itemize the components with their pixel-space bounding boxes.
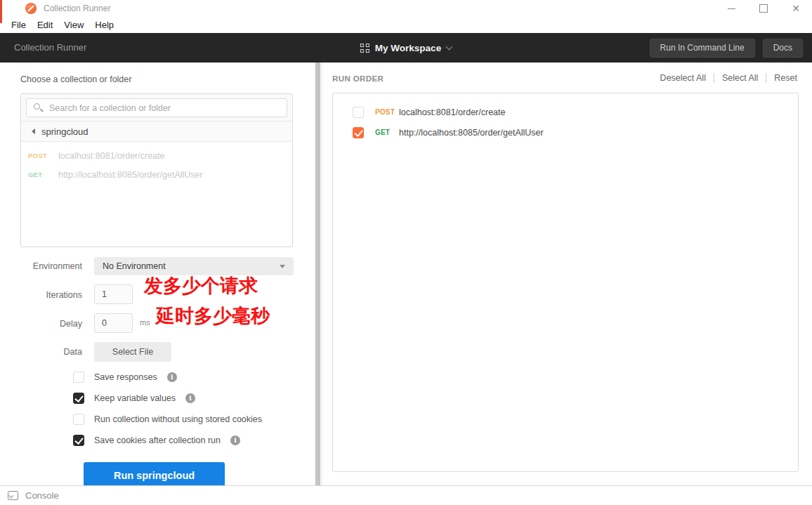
collection-search-input[interactable] (49, 99, 288, 117)
stored-cookies-row: Run collection without using stored cook… (73, 414, 262, 425)
collection-search-area (21, 94, 292, 122)
console-bar[interactable]: Console (0, 485, 812, 505)
collection-browser: springcloud POST localhost:8081/order/cr… (20, 93, 293, 247)
minimize-button[interactable] (715, 0, 747, 17)
workspace-grid-icon (360, 44, 369, 53)
app-header: Collection Runner My Workspace Run In Co… (0, 33, 812, 63)
info-icon[interactable]: i (167, 372, 177, 382)
keep-variable-values-label: Keep variable values (94, 393, 176, 403)
environment-value: No Environment (103, 261, 280, 271)
request-item[interactable]: GET http://localhost:8085/order/getAllUs… (21, 165, 292, 184)
menu-help[interactable]: Help (89, 20, 119, 30)
postman-logo-icon (25, 3, 37, 14)
background-window-edge (0, 0, 2, 23)
delay-annotation: 延时多少毫秒 (156, 303, 270, 329)
run-order-item: GET http://localhost:8085/order/getAllUs… (333, 122, 798, 143)
stored-cookies-label: Run collection without using stored cook… (94, 414, 262, 424)
page-title: Collection Runner (14, 33, 86, 63)
back-arrow-icon (32, 129, 35, 134)
select-all-link[interactable]: Select All (714, 73, 766, 83)
title-bar: Collection Runner ✕ (0, 0, 812, 17)
iterations-label: Iterations (0, 290, 82, 300)
select-file-button[interactable]: Select File (94, 342, 171, 362)
method-badge-post: POST (375, 108, 399, 116)
save-cookies-label: Save cookies after collection run (94, 435, 221, 445)
left-panel-scrollbar[interactable] (315, 63, 321, 485)
search-icon (34, 103, 40, 110)
close-button[interactable]: ✕ (780, 0, 812, 17)
dropdown-arrow-icon (280, 265, 285, 268)
maximize-button[interactable] (747, 0, 780, 17)
menu-file[interactable]: File (6, 20, 32, 30)
postman-window: Collection Runner ✕ File Edit View Help … (0, 0, 812, 505)
collection-search-box (26, 98, 287, 117)
collection-settings-panel: Choose a collection or folder springclou… (0, 63, 315, 485)
console-label: Console (25, 490, 59, 501)
window-title: Collection Runner (44, 0, 110, 17)
collection-breadcrumb[interactable]: springcloud (21, 122, 292, 142)
reset-link[interactable]: Reset (766, 73, 797, 83)
run-order-item: POST localhost:8081/order/create (333, 102, 798, 122)
method-badge-post: POST (28, 152, 49, 159)
run-order-checkbox[interactable] (353, 107, 364, 118)
info-icon[interactable]: i (185, 393, 195, 403)
menu-view[interactable]: View (58, 20, 89, 30)
save-responses-checkbox[interactable] (73, 372, 84, 383)
run-in-command-line-button[interactable]: Run In Command Line (650, 39, 755, 58)
choose-collection-label: Choose a collection or folder (20, 74, 131, 84)
delay-unit-label: ms (140, 318, 150, 327)
menu-bar: File Edit View Help (0, 17, 812, 33)
delay-label: Delay (0, 319, 82, 329)
run-order-panel: RUN ORDER Deselect All Select All Reset … (322, 63, 812, 485)
request-url: http://localhost:8085/order/getAllUser (58, 170, 203, 180)
stored-cookies-checkbox[interactable] (73, 414, 84, 425)
request-url: localhost:8081/order/create (58, 151, 164, 161)
method-badge-get: GET (375, 129, 399, 136)
environment-label: Environment (0, 261, 82, 271)
run-collection-button[interactable]: Run springcloud (84, 462, 225, 485)
scrollbar-thumb[interactable] (315, 63, 320, 485)
keep-variable-values-row: Keep variable values i (73, 393, 195, 404)
save-cookies-row: Save cookies after collection run i (73, 435, 240, 446)
run-order-checkbox[interactable] (353, 127, 364, 138)
request-item[interactable]: POST localhost:8081/order/create (21, 146, 292, 165)
info-icon[interactable]: i (230, 435, 240, 445)
window-controls: ✕ (715, 0, 812, 17)
data-label: Data (0, 347, 82, 357)
request-list: POST localhost:8081/order/create GET htt… (21, 142, 292, 184)
run-order-actions: Deselect All Select All Reset (660, 73, 797, 83)
header-buttons: Run In Command Line Docs (650, 33, 803, 63)
chevron-down-icon (446, 44, 453, 51)
run-order-title: RUN ORDER (332, 74, 384, 83)
save-cookies-checkbox[interactable] (73, 435, 84, 446)
save-responses-row: Save responses i (73, 372, 177, 383)
iterations-input[interactable] (94, 284, 133, 304)
method-badge-get: GET (28, 171, 49, 178)
run-order-list: POST localhost:8081/order/create GET htt… (332, 93, 799, 472)
console-icon (8, 491, 18, 500)
request-url: localhost:8081/order/create (399, 107, 505, 117)
delay-input[interactable] (94, 313, 133, 333)
request-url: http://localhost:8085/order/getAllUser (399, 128, 544, 138)
menu-edit[interactable]: Edit (32, 20, 58, 30)
keep-variable-values-checkbox[interactable] (73, 393, 84, 404)
iterations-annotation: 发多少个请求 (144, 273, 258, 299)
workspace-name: My Workspace (375, 43, 441, 53)
workspace-switcher[interactable]: My Workspace (360, 33, 452, 63)
collection-name: springcloud (41, 126, 89, 137)
save-responses-label: Save responses (94, 372, 157, 382)
deselect-all-link[interactable]: Deselect All (660, 73, 714, 83)
docs-button[interactable]: Docs (763, 39, 803, 58)
